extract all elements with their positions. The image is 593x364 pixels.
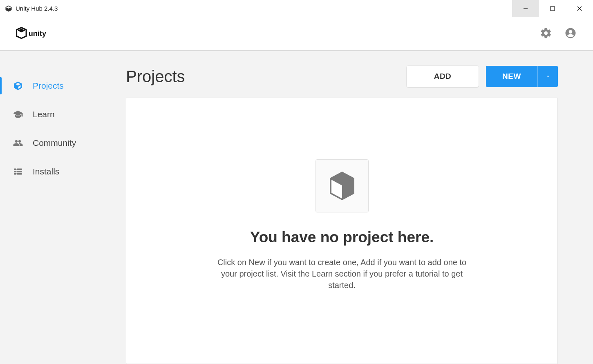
app-icon xyxy=(5,5,12,12)
header: unity xyxy=(0,17,593,51)
unity-logo-icon: unity xyxy=(15,26,56,42)
svg-rect-1 xyxy=(550,7,555,11)
main-actions: ADD NEW xyxy=(407,66,558,87)
sidebar-item-label: Installs xyxy=(33,167,59,176)
box-icon xyxy=(327,170,357,202)
sidebar-item-learn[interactable]: Learn xyxy=(0,100,114,129)
sidebar-item-label: Community xyxy=(33,138,76,148)
account-button[interactable] xyxy=(564,27,577,41)
brand: unity xyxy=(15,26,56,42)
projects-panel: You have no project here. Click on New i… xyxy=(126,98,558,364)
sidebar-item-label: Projects xyxy=(33,81,64,91)
maximize-button[interactable] xyxy=(539,0,566,17)
titlebar: Unity Hub 2.4.3 xyxy=(0,0,593,17)
empty-heading: You have no project here. xyxy=(250,229,434,246)
empty-description: Click on New if you want to create one, … xyxy=(211,257,473,291)
new-dropdown-button[interactable] xyxy=(537,66,558,87)
add-button[interactable]: ADD xyxy=(407,66,479,87)
settings-button[interactable] xyxy=(540,27,552,41)
list-icon xyxy=(13,167,23,176)
page-title: Projects xyxy=(126,67,185,86)
graduation-cap-icon xyxy=(13,109,23,119)
sidebar-item-installs[interactable]: Installs xyxy=(0,157,114,186)
sidebar-item-projects[interactable]: Projects xyxy=(0,71,114,100)
sidebar-item-community[interactable]: Community xyxy=(0,129,114,157)
sidebar-item-label: Learn xyxy=(33,109,55,119)
svg-text:unity: unity xyxy=(29,29,47,38)
titlebar-left: Unity Hub 2.4.3 xyxy=(0,5,58,12)
cube-icon xyxy=(13,81,23,91)
window-title: Unity Hub 2.4.3 xyxy=(16,5,58,12)
new-button[interactable]: NEW xyxy=(486,66,537,87)
close-button[interactable] xyxy=(566,0,593,17)
sidebar: Projects Learn Community Installs xyxy=(0,51,114,364)
empty-state-icon-frame xyxy=(316,159,369,212)
body: Projects Learn Community Installs Projec… xyxy=(0,51,593,364)
user-circle-icon xyxy=(564,27,577,39)
new-button-group: NEW xyxy=(486,66,558,87)
window-controls xyxy=(512,0,593,17)
gear-icon xyxy=(540,27,552,39)
header-actions xyxy=(540,27,577,41)
people-icon xyxy=(13,138,23,148)
main-header: Projects ADD NEW xyxy=(126,63,558,87)
main: Projects ADD NEW You have no proj xyxy=(114,51,593,364)
minimize-button[interactable] xyxy=(512,0,539,17)
caret-down-icon xyxy=(545,74,551,79)
